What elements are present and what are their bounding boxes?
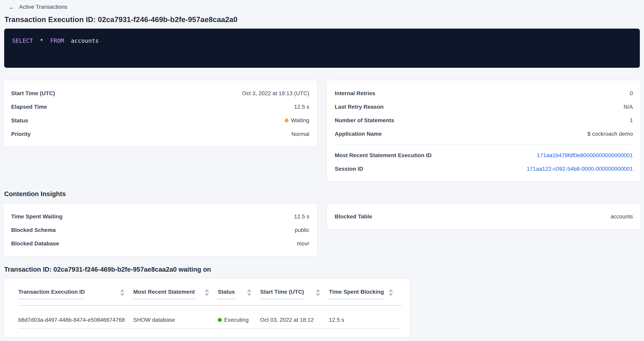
table-row: b8d7d03a-d497-446b-8474-e50846674768 SHO…: [18, 306, 402, 329]
cell-most-recent-statement: SHOW database: [133, 317, 218, 323]
internal-retries-value: 0: [630, 90, 633, 96]
waiting-on-heading: Transaction ID: 02ca7931-f246-469b-b2fe-…: [4, 266, 644, 273]
priority-value: Normal: [291, 131, 309, 137]
waiting-on-table: Transaction Execution ID Most Recent Sta…: [4, 278, 410, 338]
sort-icon[interactable]: [247, 289, 252, 296]
sort-up-icon: [389, 289, 393, 292]
sql-keyword-from: FROM: [50, 37, 64, 44]
sql-table-name: accounts: [71, 37, 99, 44]
internal-retries-row: Internal Retries 0: [335, 90, 633, 96]
sql-query-box: SELECT * FROM accounts: [4, 29, 640, 68]
application-name-value: $ cockroach demo: [587, 131, 633, 137]
statement-execution-id-label: Most Recent Statement Execution ID: [335, 152, 432, 158]
back-link-label: Active Transactions: [19, 4, 68, 10]
status-waiting-text: Waiting: [291, 117, 309, 123]
priority-row: Priority Normal: [11, 131, 309, 137]
status-value: Waiting: [284, 117, 309, 123]
column-header-label: Most Recent Statement: [133, 289, 195, 299]
column-header-label: Time Spent Blocking: [329, 289, 384, 299]
blocked-table-value: accounts: [610, 214, 633, 220]
cell-time-spent-blocking: 12.5 s: [329, 317, 402, 323]
column-header-status[interactable]: Status: [218, 289, 260, 299]
statement-execution-id-link[interactable]: 171aa1b478fdf0e80000000000000001: [537, 152, 633, 158]
application-name-label: Application Name: [335, 131, 382, 137]
last-retry-reason-value: N/A: [624, 104, 633, 110]
last-retry-reason-row: Last Retry Reason N/A: [335, 104, 633, 110]
app-root: { "breadcrumb": { "back_label": "Active …: [0, 0, 644, 341]
blocked-table-card: Blocked Table accounts: [327, 203, 641, 229]
elapsed-time-label: Elapsed Time: [11, 104, 47, 110]
status-executing-dot-icon: [218, 318, 222, 322]
column-header-start-time[interactable]: Start Time (UTC): [260, 289, 329, 299]
priority-label: Priority: [11, 131, 31, 137]
elapsed-time-value: 12.5 s: [294, 104, 309, 110]
blocked-table-label: Blocked Table: [335, 214, 372, 220]
status-row: Status Waiting: [11, 117, 309, 124]
cell-start-time: Oct 03, 2022 at 18:12: [260, 317, 329, 323]
transaction-details-card: Start Time (UTC) Oct 3, 2022 at 18:13 (U…: [3, 80, 317, 147]
contention-insights-heading: Contention Insights: [4, 190, 644, 198]
statement-execution-id-row: Most Recent Statement Execution ID 171aa…: [335, 152, 633, 158]
sort-down-icon: [120, 293, 124, 296]
contention-cards-row: Time Spent Waiting 12.5 s Blocked Schema…: [3, 203, 641, 256]
status-label: Status: [11, 118, 28, 124]
sort-down-icon: [316, 293, 320, 296]
blocked-schema-value: public: [295, 227, 309, 233]
sort-down-icon: [389, 293, 393, 296]
status-waiting-dot-icon: [284, 118, 288, 122]
elapsed-time-row: Elapsed Time 12.5 s: [11, 104, 309, 110]
sort-down-icon: [205, 293, 209, 296]
column-header-label: Transaction Execution ID: [18, 289, 85, 299]
back-arrow-icon: ←: [8, 3, 15, 10]
start-time-label: Start Time (UTC): [11, 90, 55, 96]
column-header-label: Status: [218, 289, 235, 299]
sort-icon[interactable]: [316, 289, 320, 296]
status-executing-text: Executing: [224, 317, 248, 323]
column-header-time-spent-blocking[interactable]: Time Spent Blocking: [329, 289, 402, 299]
number-of-statements-value: 1: [630, 117, 633, 123]
sort-icon[interactable]: [389, 289, 393, 296]
blocked-database-label: Blocked Database: [11, 241, 59, 247]
execution-details-card: Internal Retries 0 Last Retry Reason N/A…: [327, 80, 641, 181]
sort-up-icon: [120, 289, 124, 292]
sort-up-icon: [205, 289, 209, 292]
time-spent-waiting-value: 12.5 s: [294, 214, 309, 220]
cell-status: Executing: [218, 317, 260, 323]
number-of-statements-label: Number of Statements: [335, 117, 394, 123]
contention-details-card: Time Spent Waiting 12.5 s Blocked Schema…: [3, 203, 317, 256]
blocked-table-row: Blocked Table accounts: [335, 214, 633, 220]
sort-up-icon: [316, 289, 320, 292]
cell-transaction-execution-id: b8d7d03a-d497-446b-8474-e50846674768: [18, 317, 133, 323]
sort-icon[interactable]: [120, 289, 124, 296]
summary-cards-row: Start Time (UTC) Oct 3, 2022 at 18:13 (U…: [3, 80, 641, 181]
blocked-schema-label: Blocked Schema: [11, 227, 56, 233]
page-title: Transaction Execution ID: 02ca7931-f246-…: [4, 15, 640, 24]
session-id-label: Session ID: [335, 166, 363, 172]
column-header-transaction-execution-id[interactable]: Transaction Execution ID: [18, 289, 133, 299]
session-id-row: Session ID 171aa122-c092-54b8-0000-00000…: [335, 166, 633, 172]
start-time-value: Oct 3, 2022 at 18:13 (UTC): [242, 90, 309, 96]
blocked-database-row: Blocked Database movr: [11, 241, 309, 247]
sort-up-icon: [247, 289, 252, 292]
number-of-statements-row: Number of Statements 1: [335, 117, 633, 123]
sql-keyword-select: SELECT: [12, 37, 33, 44]
sort-icon[interactable]: [205, 289, 209, 296]
column-header-label: Start Time (UTC): [260, 289, 304, 299]
blocked-schema-row: Blocked Schema public: [11, 227, 309, 233]
internal-retries-label: Internal Retries: [335, 90, 375, 96]
time-spent-waiting-row: Time Spent Waiting 12.5 s: [11, 214, 309, 220]
last-retry-reason-label: Last Retry Reason: [335, 104, 384, 110]
back-link-active-transactions[interactable]: ← Active Transactions: [0, 0, 68, 10]
column-header-most-recent-statement[interactable]: Most Recent Statement: [133, 289, 218, 299]
start-time-row: Start Time (UTC) Oct 3, 2022 at 18:13 (U…: [11, 90, 309, 96]
card-divider: [335, 144, 633, 145]
application-name-row: Application Name $ cockroach demo: [335, 131, 633, 137]
blocked-database-value: movr: [297, 241, 309, 247]
session-id-link[interactable]: 171aa122-c092-54b8-0000-000000000001: [527, 166, 633, 172]
waiting-on-table-header: Transaction Execution ID Most Recent Sta…: [18, 278, 402, 306]
sort-down-icon: [247, 293, 252, 296]
sql-star: *: [40, 37, 43, 44]
time-spent-waiting-label: Time Spent Waiting: [11, 214, 62, 220]
